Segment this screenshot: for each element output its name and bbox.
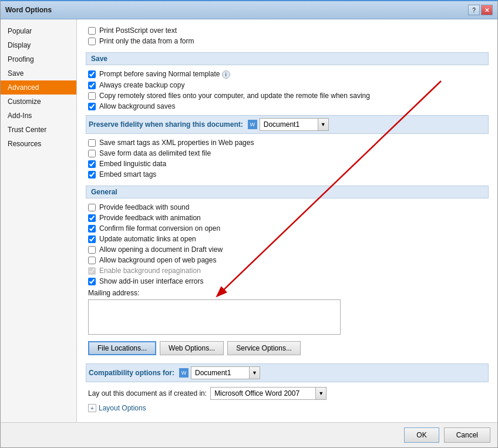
help-button[interactable]: ? xyxy=(468,5,480,15)
linguistic-data-row: Embed linguistic data xyxy=(86,159,489,169)
compat-doc-dropdown-btn[interactable]: ▼ xyxy=(250,366,260,379)
preserve-doc-field[interactable]: Document1 xyxy=(260,118,318,131)
update-links-label: Update automatic links at open xyxy=(99,235,196,243)
layout-options-row: + Layout Options xyxy=(86,402,489,414)
form-data-row: Save form data as delimited text file xyxy=(86,148,489,159)
dialog-footer: OK Cancel xyxy=(1,422,497,447)
draft-view-checkbox[interactable] xyxy=(88,246,96,254)
embed-smart-tags-checkbox[interactable] xyxy=(88,171,96,178)
copy-remote-checkbox[interactable] xyxy=(88,92,96,100)
print-data-label: Print only the data from a form xyxy=(99,37,194,45)
addin-errors-row: Show add-in user interface errors xyxy=(86,276,489,287)
layout-expand-btn[interactable]: + xyxy=(88,404,96,412)
feedback-animation-checkbox[interactable] xyxy=(88,214,96,222)
main-content: Print PostScript over text Print only th… xyxy=(77,19,497,422)
dialog-body: Popular Display Proofing Save Advanced C… xyxy=(1,19,497,422)
feedback-sound-label: Provide feedback with sound xyxy=(99,203,189,211)
bg-repagination-row: Enable background repagination xyxy=(86,265,489,276)
bg-open-label: Allow background open of web pages xyxy=(99,256,216,264)
bg-open-row: Allow background open of web pages xyxy=(86,255,489,265)
preserve-fidelity-label: Preserve fidelity when sharing this docu… xyxy=(89,120,243,129)
embed-smart-tags-label: Embed smart tags xyxy=(99,170,156,178)
allow-bg-saves-label: Allow background saves xyxy=(99,102,175,110)
bg-repagination-label: Enable background repagination xyxy=(99,267,201,275)
layout-label: Lay out this document as if created in: xyxy=(88,389,207,398)
feedback-animation-label: Provide feedback with animation xyxy=(99,214,201,222)
service-options-button[interactable]: Service Options... xyxy=(227,341,301,355)
copy-remote-row: Copy remotely stored files onto your com… xyxy=(86,90,489,101)
backup-copy-row: Always create backup copy xyxy=(86,80,489,90)
draft-view-label: Allow opening a document in Draft view xyxy=(99,245,223,254)
sidebar-item-advanced[interactable]: Advanced xyxy=(1,80,76,95)
web-options-button[interactable]: Web Options... xyxy=(160,341,224,355)
smart-tags-xml-row: Save smart tags as XML properties in Web… xyxy=(86,137,489,148)
prompt-normal-label: Prompt before saving Normal template i xyxy=(99,70,230,79)
feedback-sound-row: Provide feedback with sound xyxy=(86,202,489,213)
confirm-format-checkbox[interactable] xyxy=(88,225,96,233)
prompt-normal-row: Prompt before saving Normal template i xyxy=(86,69,489,80)
smart-tags-xml-checkbox[interactable] xyxy=(88,139,96,147)
info-icon: i xyxy=(222,70,230,79)
layout-value-combo: Microsoft Office Word 2007 ▼ xyxy=(210,387,327,400)
feedback-animation-row: Provide feedback with animation xyxy=(86,213,489,223)
sidebar: Popular Display Proofing Save Advanced C… xyxy=(1,19,77,422)
linguistic-data-label: Embed linguistic data xyxy=(99,160,166,168)
draft-view-row: Allow opening a document in Draft view xyxy=(86,244,489,255)
prompt-normal-checkbox[interactable] xyxy=(88,70,96,78)
general-section-header: General xyxy=(86,186,489,198)
title-bar-controls: ? ✕ xyxy=(468,5,493,15)
cancel-button[interactable]: Cancel xyxy=(444,427,490,443)
layout-value-dropdown-btn[interactable]: ▼ xyxy=(316,387,327,400)
print-postscript-checkbox[interactable] xyxy=(88,27,96,35)
copy-remote-label: Copy remotely stored files onto your com… xyxy=(99,92,370,100)
layout-row: Lay out this document as if created in: … xyxy=(86,385,489,402)
print-postscript-row: Print PostScript over text xyxy=(86,25,489,36)
backup-copy-label: Always create backup copy xyxy=(99,81,184,89)
form-data-label: Save form data as delimited text file xyxy=(99,149,211,157)
preserve-doc-dropdown-btn[interactable]: ▼ xyxy=(318,118,329,131)
form-data-checkbox[interactable] xyxy=(88,150,96,157)
compat-row: Compatibility options for: W Document1 ▼ xyxy=(86,363,489,382)
print-data-checkbox[interactable] xyxy=(88,38,96,45)
addin-errors-label: Show add-in user interface errors xyxy=(99,277,203,285)
ok-button[interactable]: OK xyxy=(404,427,439,443)
update-links-row: Update automatic links at open xyxy=(86,234,489,244)
save-section-header: Save xyxy=(86,52,489,65)
compat-doc-combo: W Document1 ▼ xyxy=(179,366,260,379)
layout-options-label[interactable]: Layout Options xyxy=(99,404,146,412)
feedback-sound-checkbox[interactable] xyxy=(88,204,96,211)
sidebar-item-resources[interactable]: Resources xyxy=(1,137,76,151)
general-buttons: File Locations... Web Options... Service… xyxy=(86,338,489,359)
mailing-label: Mailing address: xyxy=(86,287,489,298)
title-bar: Word Options ? ✕ xyxy=(1,1,497,19)
bg-open-checkbox[interactable] xyxy=(88,257,96,264)
print-postscript-label: Print PostScript over text xyxy=(99,26,177,35)
bg-repagination-checkbox[interactable] xyxy=(88,267,96,275)
mailing-address-input[interactable] xyxy=(88,299,341,335)
print-data-row: Print only the data from a form xyxy=(86,36,489,46)
close-button[interactable]: ✕ xyxy=(481,5,493,15)
compat-doc-icon: W xyxy=(179,368,189,378)
sidebar-item-proofing[interactable]: Proofing xyxy=(1,52,76,66)
allow-bg-saves-row: Allow background saves xyxy=(86,101,489,112)
sidebar-item-customize[interactable]: Customize xyxy=(1,95,76,109)
compat-label: Compatibility options for: xyxy=(89,369,174,377)
confirm-format-row: Confirm file format conversion on open xyxy=(86,223,489,234)
compat-doc-field[interactable]: Document1 xyxy=(191,366,250,379)
update-links-checkbox[interactable] xyxy=(88,235,96,243)
preserve-fidelity-row: Preserve fidelity when sharing this docu… xyxy=(86,115,489,134)
backup-copy-checkbox[interactable] xyxy=(88,82,96,89)
sidebar-item-popular[interactable]: Popular xyxy=(1,24,76,38)
linguistic-data-checkbox[interactable] xyxy=(88,160,96,168)
addin-errors-checkbox[interactable] xyxy=(88,278,96,285)
layout-value-field[interactable]: Microsoft Office Word 2007 xyxy=(210,387,316,400)
confirm-format-label: Confirm file format conversion on open xyxy=(99,224,220,233)
allow-bg-saves-checkbox[interactable] xyxy=(88,103,96,110)
file-locations-button[interactable]: File Locations... xyxy=(88,341,156,355)
embed-smart-tags-row: Embed smart tags xyxy=(86,169,489,180)
sidebar-item-display[interactable]: Display xyxy=(1,38,76,52)
word-options-dialog: Word Options ? ✕ Popular Display Proofin… xyxy=(0,0,498,448)
sidebar-item-addins[interactable]: Add-Ins xyxy=(1,109,76,123)
sidebar-item-save[interactable]: Save xyxy=(1,66,76,80)
sidebar-item-trust-center[interactable]: Trust Center xyxy=(1,123,76,137)
